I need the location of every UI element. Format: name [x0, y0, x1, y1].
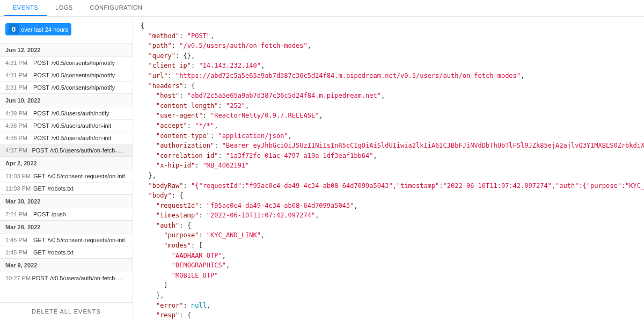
date-header: Mar 28, 2022	[0, 220, 133, 234]
event-row[interactable]: 4:39 PMPOST/v0.5/users/auth/notify	[0, 107, 133, 119]
event-time: 1:45 PM	[5, 237, 33, 243]
event-path: /v0.5/users/auth/on-init	[52, 135, 111, 141]
event-row[interactable]: 4:37 PMPOST/v0.5/users/auth/on-fetch-mo…	[0, 144, 133, 156]
event-method: POST	[33, 72, 49, 78]
events-sidebar: 0 over last 24 hours Jun 12, 20224:31 PM…	[0, 17, 133, 320]
event-row[interactable]: 4:31 PMPOST/v0.5/consents/hip/notify	[0, 56, 133, 69]
event-time: 3:31 PM	[5, 84, 33, 91]
event-time: 4:37 PM	[5, 147, 32, 154]
event-path: /v0.5/users/auth/notify	[52, 110, 109, 117]
event-detail-json[interactable]: { "method": "POST", "path": "/v0.5/users…	[133, 17, 644, 320]
event-method: GET	[33, 185, 46, 192]
event-time: 4:39 PM	[5, 110, 33, 117]
date-header: Jun 12, 2022	[0, 43, 133, 56]
event-method: GET	[33, 249, 46, 256]
event-row[interactable]: 4:38 PMPOST/v0.5/users/auth/on-init	[0, 119, 133, 132]
event-list[interactable]: Jun 12, 20224:31 PMPOST/v0.5/consents/hi…	[0, 43, 133, 302]
event-row[interactable]: 11:03 PMGET/v0.5/consent-requests/on-ini…	[0, 170, 133, 182]
date-header: Apr 2, 2022	[0, 156, 133, 170]
event-path: /v0.5/users/auth/on-init	[52, 122, 111, 129]
event-method: POST	[32, 147, 48, 154]
tab-logs[interactable]: LOGS	[47, 0, 82, 16]
tab-events[interactable]: EVENTS	[4, 0, 47, 16]
event-row[interactable]: 1:45 PMGET/v0.5/consent-requests/on-init	[0, 234, 133, 246]
date-header: Mar 9, 2022	[0, 258, 133, 272]
event-row[interactable]: 11:03 PMGET/robots.txt	[0, 182, 133, 194]
delete-all-events-button[interactable]: DELETE ALL EVENTS	[0, 302, 133, 320]
event-path: /v0.5/consents/hip/notify	[52, 72, 115, 78]
event-time: 11:03 PM	[5, 185, 33, 192]
event-time: 4:31 PM	[5, 60, 33, 66]
tab-configuration[interactable]: CONFIGURATION	[82, 0, 151, 16]
events-period: over last 24 hours	[21, 26, 68, 33]
event-method: POST	[33, 110, 49, 117]
event-path: /v0.5/users/auth/on-fetch-mo…	[50, 147, 127, 154]
event-row[interactable]: 7:24 PMPOST/push	[0, 208, 133, 220]
events-count-badge: 0 over last 24 hours	[5, 23, 71, 35]
event-path: /v0.5/users/auth/on-fetch-mo…	[50, 275, 127, 281]
date-header: Jun 10, 2022	[0, 93, 133, 107]
event-method: POST	[33, 84, 49, 91]
event-time: 4:38 PM	[5, 135, 33, 141]
event-row[interactable]: 3:31 PMPOST/v0.5/consents/hip/notify	[0, 81, 133, 93]
event-method: POST	[32, 275, 48, 281]
event-path: /push	[52, 211, 66, 217]
event-row[interactable]: 4:38 PMPOST/v0.5/users/auth/on-init	[0, 132, 133, 144]
event-time: 4:31 PM	[5, 72, 33, 78]
event-time: 1:45 PM	[5, 249, 33, 256]
event-row[interactable]: 4:31 PMPOST/v0.5/consents/hip/notify	[0, 69, 133, 81]
event-time: 4:38 PM	[5, 122, 33, 129]
event-time: 7:24 PM	[5, 211, 33, 217]
event-row[interactable]: 1:45 PMGET/robots.txt	[0, 246, 133, 258]
event-time: 11:03 PM	[5, 173, 33, 179]
event-method: POST	[33, 211, 49, 217]
event-path: /v0.5/consents/hip/notify	[52, 84, 115, 91]
event-row[interactable]: 10:27 PMPOST/v0.5/users/auth/on-fetch-mo…	[0, 272, 133, 284]
event-method: POST	[33, 60, 49, 66]
event-path: /robots.txt	[48, 249, 74, 256]
event-path: /robots.txt	[48, 185, 74, 192]
event-time: 10:27 PM	[5, 275, 32, 281]
events-count: 0	[9, 24, 19, 34]
event-path: /v0.5/consent-requests/on-init	[48, 237, 125, 243]
event-path: /v0.5/consents/hip/notify	[52, 60, 115, 66]
event-method: POST	[33, 135, 49, 141]
event-method: GET	[33, 173, 46, 179]
date-header: Mar 30, 2022	[0, 194, 133, 208]
event-method: GET	[33, 237, 46, 243]
event-path: /v0.5/consent-requests/on-init	[48, 173, 125, 179]
event-method: POST	[33, 122, 49, 129]
tabs-bar: EVENTS LOGS CONFIGURATION	[0, 0, 644, 17]
